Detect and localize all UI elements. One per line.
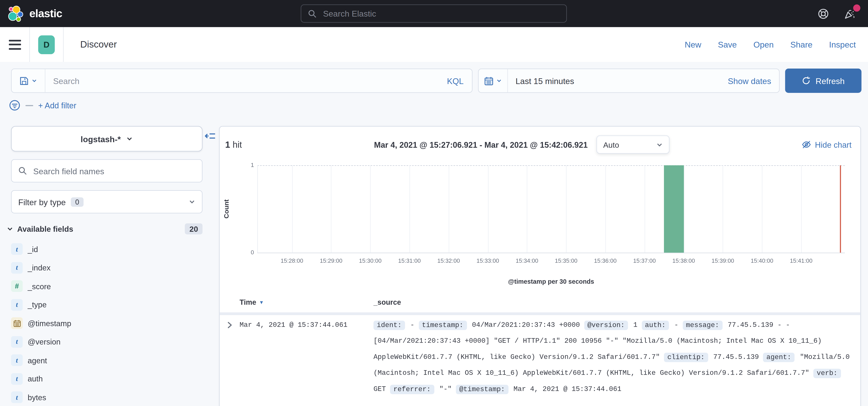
row-time-cell: Mar 4, 2021 @ 15:37:44.061: [240, 321, 348, 329]
global-search-input[interactable]: [322, 8, 560, 19]
nav-action-save[interactable]: Save: [718, 40, 737, 49]
source-field-name: @timestamp:: [456, 384, 508, 394]
gridline: [331, 165, 332, 253]
saved-query-menu-button[interactable]: [12, 69, 45, 93]
field-name: @version: [28, 337, 60, 346]
source-cell: ident: - timestamp: 04/Mar/2021:20:37:43…: [374, 317, 854, 398]
interval-select[interactable]: Auto: [596, 136, 670, 154]
kibana-discover-app: elastic: [0, 0, 868, 406]
gridline: [448, 165, 449, 253]
string-field-type-icon: t: [11, 299, 23, 311]
source-field-name: message:: [683, 320, 722, 330]
time-column-label: Time: [240, 298, 256, 306]
date-quick-menu-button[interactable]: [478, 69, 508, 93]
doc-table-header: Time ▼ _source: [220, 296, 861, 310]
time-range-value[interactable]: Last 15 minutes: [508, 76, 574, 86]
expand-row-button[interactable]: [226, 321, 234, 331]
chevron-down-icon: [189, 199, 195, 205]
chevron-down-icon: [126, 136, 133, 142]
string-field-type-icon: t: [11, 373, 23, 385]
sort-descending-icon: ▼: [259, 299, 264, 305]
add-filter-button[interactable]: + Add filter: [38, 101, 76, 110]
gridline: [488, 165, 489, 253]
y-tick-label: 1: [245, 162, 254, 168]
hide-chart-button[interactable]: Hide chart: [802, 140, 851, 149]
results-header: 1 hit Mar 4, 2021 @ 15:27:06.921 - Mar 4…: [220, 127, 861, 154]
x-tick-label: 15:39:00: [712, 257, 734, 264]
field-item-bytes[interactable]: tbytes: [0, 388, 217, 406]
column-header-time[interactable]: Time ▼: [240, 298, 264, 306]
index-pattern-switcher[interactable]: logstash-*: [11, 126, 203, 151]
field-item-_index[interactable]: t_index: [0, 259, 217, 277]
help-icon[interactable]: [817, 7, 829, 20]
interval-value: Auto: [603, 140, 619, 149]
chevron-down-icon: [32, 78, 37, 83]
collapse-sidebar-icon[interactable]: [205, 131, 216, 144]
filter-by-type-count-badge: 0: [71, 197, 84, 207]
query-language-button[interactable]: KQL: [439, 76, 472, 86]
field-item-@version[interactable]: t@version: [0, 333, 217, 351]
x-tick-label: 15:37:00: [633, 257, 656, 264]
elastic-wordmark: elastic: [29, 7, 62, 20]
elastic-logo[interactable]: elastic: [0, 5, 62, 22]
x-tick-label: 15:33:00: [476, 257, 499, 264]
query-input-group: KQL: [11, 69, 472, 93]
notification-dot: [853, 4, 860, 11]
field-name: _type: [28, 300, 47, 309]
field-name: agent: [28, 356, 47, 365]
divider: [29, 27, 30, 62]
navbar: D Discover NewSaveOpenShareInspect: [0, 27, 868, 62]
source-field-name: @version:: [584, 320, 628, 330]
gridline: [527, 165, 528, 253]
field-search-box[interactable]: [11, 159, 203, 182]
discover-app-badge: D: [38, 35, 55, 54]
number-field-type-icon: #: [11, 280, 23, 292]
nav-action-open[interactable]: Open: [753, 40, 774, 49]
field-item-agent[interactable]: tagent: [0, 351, 217, 370]
source-field-name: verb:: [813, 368, 841, 378]
global-header-actions: [817, 7, 868, 20]
search-icon: [308, 9, 317, 18]
field-item-_score[interactable]: #_score: [0, 277, 217, 296]
newsfeed-icon[interactable]: [844, 7, 856, 20]
source-field-name: timestamp:: [418, 320, 467, 330]
y-axis-line: [257, 165, 258, 253]
x-tick-label: 15:38:00: [672, 257, 695, 264]
filter-icon[interactable]: [9, 100, 21, 111]
field-item-_id[interactable]: t_id: [0, 240, 217, 259]
global-header: elastic: [0, 0, 868, 27]
date-picker-group: Last 15 minutes Show dates: [478, 69, 779, 93]
chart-x-axis-title: @timestamp per 30 seconds: [257, 278, 845, 285]
x-tick-label: 15:40:00: [751, 257, 773, 264]
field-item-_type[interactable]: t_type: [0, 296, 217, 314]
field-item-@timestamp[interactable]: @timestamp: [0, 314, 217, 333]
hits-counter: 1 hit: [225, 139, 242, 149]
nav-action-new[interactable]: New: [685, 40, 701, 49]
field-search-input[interactable]: [32, 166, 195, 176]
show-dates-button[interactable]: Show dates: [728, 76, 779, 86]
field-item-auth[interactable]: tauth: [0, 370, 217, 388]
chevron-down-icon: [656, 141, 663, 148]
refresh-button[interactable]: Refresh: [785, 69, 861, 93]
string-field-type-icon: t: [11, 336, 23, 348]
chart-plot: 15:28:0015:29:0015:30:0015:31:0015:32:00…: [257, 165, 845, 253]
source-field-name: referrer:: [390, 384, 434, 394]
x-tick-label: 15:35:00: [555, 257, 578, 264]
histogram-bar[interactable]: [664, 165, 684, 253]
menu-icon[interactable]: [9, 40, 21, 49]
x-tick-label: 15:36:00: [594, 257, 617, 264]
query-search-input[interactable]: [45, 75, 439, 86]
field-list: t_idt_index#_scoret_type@timestampt@vers…: [0, 240, 217, 406]
eye-closed-icon: [802, 140, 811, 149]
field-name: auth: [28, 374, 43, 383]
global-search-box[interactable]: [301, 4, 567, 23]
filter-by-type-dropdown[interactable]: Filter by type 0: [11, 190, 203, 213]
available-fields-header[interactable]: Available fields 20: [7, 223, 203, 234]
search-icon: [19, 167, 27, 175]
index-pattern-name: logstash-*: [81, 134, 121, 143]
refresh-icon: [802, 76, 811, 85]
nav-action-share[interactable]: Share: [790, 40, 812, 49]
nav-action-inspect[interactable]: Inspect: [829, 40, 856, 49]
hide-chart-label: Hide chart: [815, 140, 851, 149]
gridline: [292, 165, 292, 253]
